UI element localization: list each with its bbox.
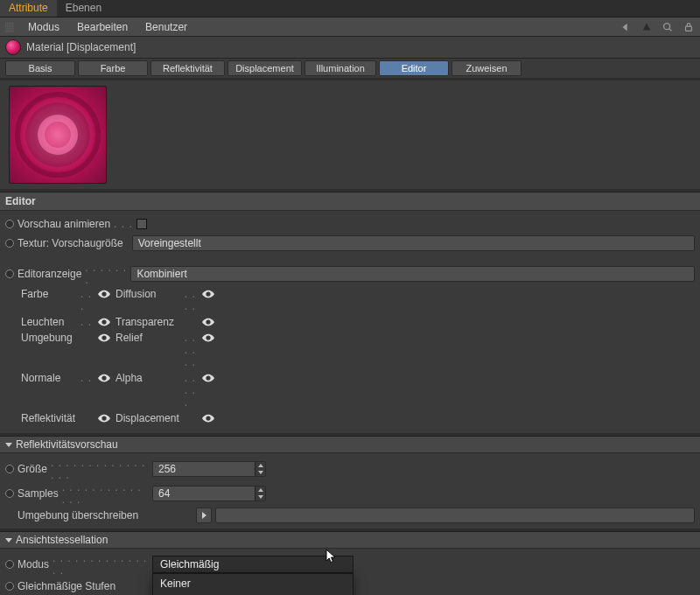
chan-alpha: Alpha <box>116 372 179 409</box>
chan-transparenz: Transparenz <box>116 316 179 328</box>
menu-benutzer[interactable]: Benutzer <box>136 21 196 33</box>
editor-section: Editor Vorschau animieren . . . Textur: … <box>0 192 700 595</box>
tess-mode-option-none[interactable]: Keiner <box>153 574 353 593</box>
tab-editor[interactable]: Editor <box>379 60 449 76</box>
material-header: Material [Displacement] <box>0 37 700 59</box>
tab-displacement[interactable]: Displacement <box>228 60 302 76</box>
tessellation-header[interactable]: Ansichtstessellation <box>0 531 700 549</box>
chan-leuchten: Leuchten <box>21 316 75 328</box>
tess-uniform-steps-label: Gleichmäßige Stufen <box>18 580 116 592</box>
editor-display-field[interactable]: Kombiniert <box>130 266 695 282</box>
tess-mode-label: Modus <box>18 558 49 570</box>
lock-icon[interactable] <box>682 21 695 33</box>
param-toggle[interactable] <box>5 582 14 591</box>
svg-point-6 <box>103 337 105 339</box>
animate-preview-checkbox[interactable] <box>136 219 147 229</box>
material-title: Material [Displacement] <box>26 41 136 53</box>
svg-point-11 <box>207 417 209 419</box>
refl-samples-label: Samples <box>18 487 59 500</box>
eye-icon[interactable] <box>202 332 214 344</box>
svg-point-3 <box>207 293 209 295</box>
nav-back-icon[interactable] <box>620 21 632 33</box>
menu-bearbeiten[interactable]: Bearbeiten <box>68 21 136 33</box>
chan-relief: Relief <box>116 332 179 368</box>
animate-preview-label: Vorschau animieren <box>18 218 110 230</box>
svg-point-4 <box>103 321 105 323</box>
disclosure-triangle-icon <box>5 443 12 447</box>
param-toggle[interactable] <box>5 239 14 248</box>
param-toggle[interactable] <box>5 465 14 473</box>
tess-mode-dropdown-list: Keiner Gleichmäßig Projektiv <box>152 573 354 595</box>
eye-icon[interactable] <box>202 412 214 424</box>
menubar: Modus Bearbeiten Benutzer <box>0 18 700 37</box>
grip-icon <box>5 22 14 32</box>
material-sphere-icon <box>5 39 21 55</box>
disclosure-triangle-icon <box>5 538 12 542</box>
param-toggle[interactable] <box>5 560 14 569</box>
tex-preview-size-label: Textur: Vorschaugröße <box>18 237 123 249</box>
material-tab-row: Basis Farbe Reflektivität Displacement I… <box>0 59 700 80</box>
chan-displacement: Displacement <box>116 412 179 424</box>
tab-basis[interactable]: Basis <box>5 60 75 76</box>
tab-farbe[interactable]: Farbe <box>78 60 148 76</box>
env-override-label: Umgebung überschreiben <box>18 509 138 522</box>
tab-zuweisen[interactable]: Zuweisen <box>452 60 522 76</box>
refl-preview-header[interactable]: Reflektivitätsvorschau <box>0 436 700 453</box>
tab-reflektivitat[interactable]: Reflektivität <box>150 60 225 76</box>
eye-icon[interactable] <box>202 288 214 300</box>
search-icon[interactable] <box>662 21 674 33</box>
eye-icon[interactable] <box>98 332 110 344</box>
refl-size-field[interactable]: 256 <box>152 461 266 477</box>
param-toggle[interactable] <box>5 489 14 498</box>
svg-point-7 <box>207 337 209 339</box>
svg-point-0 <box>664 23 670 29</box>
eye-icon[interactable] <box>202 372 214 384</box>
eye-icon[interactable] <box>98 372 110 384</box>
chan-farbe: Farbe <box>21 288 75 312</box>
svg-rect-1 <box>686 26 692 31</box>
nav-up-icon[interactable] <box>640 21 653 33</box>
svg-point-8 <box>103 377 105 379</box>
svg-point-2 <box>103 293 105 295</box>
chan-umgebung: Umgebung <box>21 332 75 368</box>
svg-point-9 <box>207 377 209 379</box>
refl-samples-field[interactable]: 64 <box>152 486 266 501</box>
svg-point-5 <box>207 321 209 323</box>
eye-icon[interactable] <box>202 316 214 328</box>
chan-diffusion: Diffusion <box>116 288 179 312</box>
tess-mode-dropdown[interactable]: Gleichmäßig Keiner Gleichmäßig Projektiv <box>152 556 354 573</box>
tab-attribute[interactable]: Attribute <box>0 0 57 17</box>
tab-ebenen[interactable]: Ebenen <box>57 0 110 17</box>
menu-modus[interactable]: Modus <box>19 21 68 33</box>
param-toggle[interactable] <box>5 270 14 278</box>
eye-icon[interactable] <box>98 288 110 300</box>
editor-display-label: Editoranzeige <box>18 268 81 280</box>
eye-icon[interactable] <box>98 316 110 328</box>
eye-icon[interactable] <box>98 412 110 424</box>
top-tab-bar: Attribute Ebenen <box>0 0 700 18</box>
env-override-arrow-button[interactable] <box>196 508 212 523</box>
editor-section-header: Editor <box>0 192 700 211</box>
channel-grid: Farbe. . . Diffusion. . . . Leuchten. . … <box>21 288 214 424</box>
material-preview[interactable] <box>9 86 107 184</box>
refl-size-label: Größe <box>18 463 47 475</box>
chan-normale: Normale <box>21 372 75 409</box>
chan-reflektivitat: Reflektivität <box>21 412 75 424</box>
env-override-field[interactable] <box>215 508 695 523</box>
preview-area <box>0 80 700 192</box>
tab-illumination[interactable]: Illumination <box>304 60 376 76</box>
tex-preview-size-field[interactable]: Voreingestellt <box>132 235 695 251</box>
svg-point-10 <box>103 417 105 419</box>
param-toggle[interactable] <box>5 220 14 228</box>
